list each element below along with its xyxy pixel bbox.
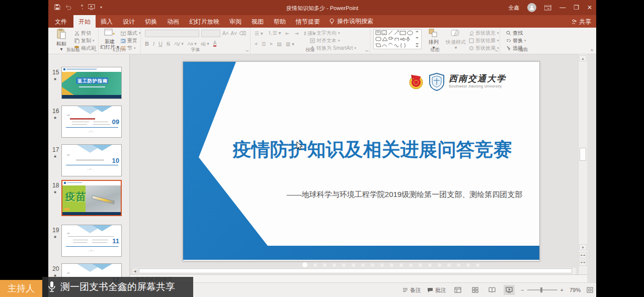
font-dialog-launcher[interactable]: ⌙ bbox=[246, 48, 249, 53]
notes-pane[interactable]: 单击此处添加备注 bbox=[130, 274, 587, 282]
host-badge-label: 主持人 bbox=[8, 282, 35, 294]
signed-in-user[interactable]: 全鑫 bbox=[508, 4, 519, 12]
underline-button[interactable]: U bbox=[158, 41, 163, 47]
font-color-button[interactable]: A bbox=[213, 41, 217, 47]
tab-view[interactable]: 视图 bbox=[247, 15, 269, 28]
replace-button[interactable]: 替换▾ bbox=[506, 37, 527, 44]
tab-animations[interactable]: 动画 bbox=[162, 15, 184, 28]
text-direction-button[interactable]: 文字方向▾ bbox=[310, 30, 341, 37]
tab-storyboard[interactable]: 情节提要 bbox=[291, 15, 325, 28]
tab-home[interactable]: 开始 bbox=[73, 15, 96, 28]
previous-slide-button[interactable]: ⏶⏶ bbox=[579, 252, 587, 258]
bullets-button[interactable]: ☰ ▾ bbox=[255, 31, 263, 36]
tab-transitions[interactable]: 切换 bbox=[140, 15, 162, 28]
align-right-button[interactable]: ⫸ bbox=[270, 41, 273, 47]
statusbar-right: 备注 批注 − + 79% bbox=[403, 283, 593, 297]
scroll-left-icon[interactable]: ◀ bbox=[132, 268, 138, 274]
change-case-button[interactable]: Aa ▾ bbox=[188, 41, 197, 46]
thumbnail-slide-17[interactable]: 17 ★ GP 10 — 2 — bbox=[48, 144, 130, 182]
highlight-button[interactable]: ab̲ ▾ bbox=[201, 41, 209, 46]
zoom-percentage[interactable]: 79% bbox=[570, 287, 581, 293]
cut-button[interactable]: 剪切 bbox=[74, 30, 91, 37]
scroll-down-icon[interactable]: ▼ bbox=[579, 244, 587, 250]
share-button[interactable]: 共享 bbox=[572, 18, 591, 26]
thumbnail-image[interactable]: GP 10 — 2 — bbox=[61, 144, 122, 176]
align-text-button[interactable]: 对齐文本▾ bbox=[310, 37, 341, 44]
slide-subtitle-text[interactable]: ——地球科学与环境工程学院2019级测绘第一团支部、测绘第四团支部 bbox=[281, 190, 528, 200]
thumbnail-slide-19[interactable]: 19 ★ GP 11 — 3 — bbox=[48, 225, 130, 262]
thumbnail-slide-18-selected[interactable]: 18 ★ 疫苗 bbox=[48, 180, 130, 222]
shrink-font-button[interactable]: A˅ bbox=[231, 31, 237, 36]
strikethrough-button[interactable]: S bbox=[167, 41, 170, 47]
shape-fill-label: 形状填充 bbox=[475, 30, 496, 37]
tab-file[interactable]: 文件 bbox=[48, 15, 73, 28]
user-avatar[interactable] bbox=[527, 3, 536, 12]
thumbnail-image[interactable]: 疫苗 bbox=[61, 180, 122, 216]
thumbnail-image[interactable]: GP 11 — 3 — bbox=[61, 225, 122, 257]
slide-title-text[interactable]: 疫情防护知识及相关进展问答竞赛 bbox=[218, 137, 526, 162]
normal-view-button[interactable] bbox=[452, 285, 463, 295]
columns-button[interactable]: ▥ ▾ bbox=[286, 41, 294, 47]
layout-button[interactable]: 版式▾ bbox=[121, 30, 142, 37]
zoom-slider: − + bbox=[521, 287, 564, 293]
tab-design[interactable]: 设计 bbox=[118, 15, 140, 28]
reading-view-button[interactable] bbox=[487, 285, 498, 295]
zoom-track[interactable] bbox=[527, 289, 557, 290]
shape-fill-button[interactable]: 形状填充▾ bbox=[469, 30, 500, 37]
zoom-in-button[interactable]: + bbox=[560, 287, 564, 293]
tab-insert[interactable]: 插入 bbox=[96, 15, 118, 28]
tab-slideshow[interactable]: 幻灯片放映 bbox=[184, 15, 224, 28]
justify-button[interactable]: ▤ bbox=[277, 41, 281, 47]
char-spacing-button[interactable]: AV̲ ▾ bbox=[174, 41, 183, 46]
shape-gallery[interactable] bbox=[373, 29, 422, 49]
minimize-button[interactable]: — bbox=[559, 4, 566, 11]
next-slide-button[interactable]: ⏷⏷ bbox=[579, 260, 587, 266]
vertical-scroll-thumb[interactable] bbox=[580, 148, 586, 161]
slide-canvas[interactable]: 西南交通大学 Southwest Jiaotong University 疫情防… bbox=[183, 61, 540, 261]
tab-review[interactable]: 审阅 bbox=[224, 15, 247, 28]
tab-help[interactable]: 帮助 bbox=[269, 15, 291, 28]
slideshow-view-button[interactable] bbox=[504, 285, 515, 295]
numbering-button[interactable]: ⒈☰ ▾ bbox=[268, 30, 281, 37]
increase-indent-button[interactable]: ⇥ bbox=[294, 31, 298, 36]
align-left-button[interactable]: ⫷ bbox=[255, 41, 258, 47]
slide-sorter-view-button[interactable] bbox=[469, 285, 480, 295]
comments-toggle[interactable]: 批注 bbox=[427, 286, 446, 294]
fit-to-window-icon[interactable] bbox=[587, 287, 593, 293]
comments-icon bbox=[427, 287, 433, 293]
copy-button[interactable]: 复制▾ bbox=[74, 37, 96, 44]
shape-outline-button[interactable]: 形状轮廓▾ bbox=[469, 37, 500, 44]
thumbnail-slide-15[interactable]: 15 ★ 返工防护指南 bbox=[48, 67, 130, 105]
microphone-icon[interactable] bbox=[47, 281, 56, 293]
zoom-knob[interactable] bbox=[540, 287, 542, 292]
find-button[interactable]: 查找 bbox=[506, 30, 523, 37]
decrease-indent-button[interactable]: ⇤ bbox=[286, 31, 290, 36]
horizontal-scrollbar[interactable]: ◀ bbox=[132, 268, 576, 274]
drawing-dialog-launcher[interactable]: ⌙ bbox=[495, 48, 499, 53]
zoom-out-button[interactable]: − bbox=[521, 287, 524, 293]
paragraph-dialog-launcher[interactable]: ⌙ bbox=[365, 48, 369, 53]
restore-button[interactable]: ❐ bbox=[574, 4, 579, 11]
bold-button[interactable]: B bbox=[145, 41, 149, 47]
italic-button[interactable]: I bbox=[153, 41, 154, 47]
vertical-scrollbar[interactable]: ▲ ▼ ⏶⏶ ⏷⏷ bbox=[578, 54, 587, 274]
ribbon-display-options-icon[interactable] bbox=[544, 5, 551, 11]
clipboard-dialog-launcher[interactable]: ⌙ bbox=[94, 48, 97, 53]
collapse-ribbon-button[interactable]: ˄ bbox=[591, 48, 593, 53]
close-button[interactable]: ✕ bbox=[587, 4, 592, 11]
align-center-button[interactable]: ☰ bbox=[262, 41, 266, 47]
grow-font-button[interactable]: A˄ bbox=[222, 31, 229, 36]
thumbnail-slide-16[interactable]: 16 ★ GP 09 — 1 — bbox=[48, 106, 130, 143]
person-icon bbox=[529, 5, 534, 10]
thumbnail-image[interactable]: 返工防护指南 bbox=[61, 67, 122, 99]
reset-button[interactable]: 重置 bbox=[121, 37, 137, 44]
scroll-up-icon[interactable]: ▲ bbox=[579, 55, 587, 61]
notes-toggle[interactable]: 备注 bbox=[403, 286, 421, 294]
thumbnail-image[interactable]: GP 09 — 1 — bbox=[61, 106, 122, 138]
clear-formatting-button[interactable]: ⌫ bbox=[239, 31, 246, 36]
font-size-select[interactable] bbox=[201, 30, 220, 37]
horizontal-scroll-thumb[interactable] bbox=[139, 268, 572, 273]
tell-me-search[interactable]: 操作说明搜索 bbox=[325, 15, 377, 28]
shape-outline-label: 形状轮廓 bbox=[475, 37, 496, 44]
font-name-select[interactable] bbox=[145, 30, 199, 37]
